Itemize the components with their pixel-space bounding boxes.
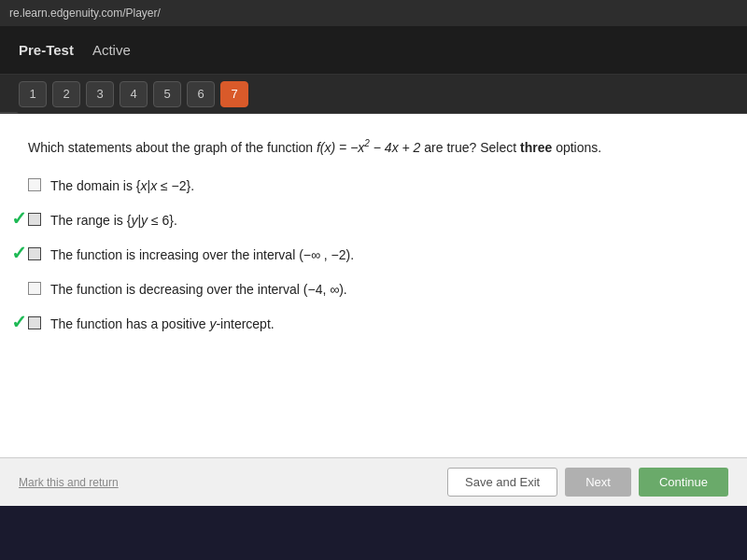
active-badge: Active — [92, 42, 131, 58]
question-text: Which statements about the graph of the … — [28, 136, 719, 158]
nav-btn-4[interactable]: 4 — [120, 81, 148, 107]
nav-btn-1[interactable]: 1 — [19, 81, 47, 107]
option-item-1: The domain is {x|x ≤ −2}. — [28, 176, 719, 196]
main-content: Which statements about the graph of the … — [0, 114, 747, 506]
nav-btn-5[interactable]: 5 — [153, 81, 181, 107]
pre-test-label: Pre-Test — [19, 42, 74, 58]
checkbox-4[interactable] — [28, 282, 41, 295]
top-bar: Pre-Test Active — [0, 26, 747, 75]
check-arrow-3: ✓ — [11, 244, 27, 262]
bottom-bar: Mark this and return Save and Exit Next … — [0, 457, 747, 506]
check-arrow-2: ✓ — [11, 209, 27, 228]
browser-url: re.learn.edgenuity.com/Player/ — [9, 7, 161, 20]
checkbox-5[interactable] — [28, 316, 41, 329]
option-item-5: ✓ The function has a positive y-intercep… — [28, 315, 719, 334]
checkbox-1[interactable] — [28, 178, 41, 191]
option-label-2: The range is {y|y ≤ 6}. — [50, 211, 719, 231]
browser-bar: re.learn.edgenuity.com/Player/ — [0, 0, 747, 26]
option-item-2: ✓ The range is {y|y ≤ 6}. — [28, 211, 719, 231]
nav-btn-3[interactable]: 3 — [86, 81, 114, 107]
option-label-3: The function is increasing over the inte… — [50, 245, 719, 265]
option-label-4: The function is decreasing over the inte… — [50, 280, 719, 300]
continue-button[interactable]: Continue — [639, 468, 728, 497]
mark-return-link[interactable]: Mark this and return — [19, 476, 119, 489]
question-nav: 1 2 3 4 5 6 7 — [0, 75, 747, 114]
checkbox-2[interactable] — [28, 213, 41, 226]
option-label-5: The function has a positive y-intercept. — [50, 315, 719, 334]
question-suffix: are true? Select three options. — [420, 140, 601, 155]
checkbox-3[interactable] — [28, 247, 41, 260]
nav-btn-7[interactable]: 7 — [220, 81, 248, 107]
save-exit-button[interactable]: Save and Exit — [447, 468, 557, 497]
option-label-1: The domain is {x|x ≤ −2}. — [50, 176, 719, 196]
nav-btn-6[interactable]: 6 — [187, 81, 215, 107]
nav-btn-2[interactable]: 2 — [52, 81, 80, 107]
option-item-3: ✓ The function is increasing over the in… — [28, 245, 719, 265]
check-arrow-5: ✓ — [11, 313, 27, 331]
next-button[interactable]: Next — [565, 468, 631, 497]
options-list: The domain is {x|x ≤ −2}. ✓ The range is… — [28, 176, 719, 334]
question-prefix: Which statements about the graph of the … — [28, 140, 317, 155]
question-function: f(x) = −x2 − 4x + 2 — [317, 140, 420, 155]
button-group: Save and Exit Next Continue — [447, 468, 728, 497]
option-item-4: The function is decreasing over the inte… — [28, 280, 719, 300]
